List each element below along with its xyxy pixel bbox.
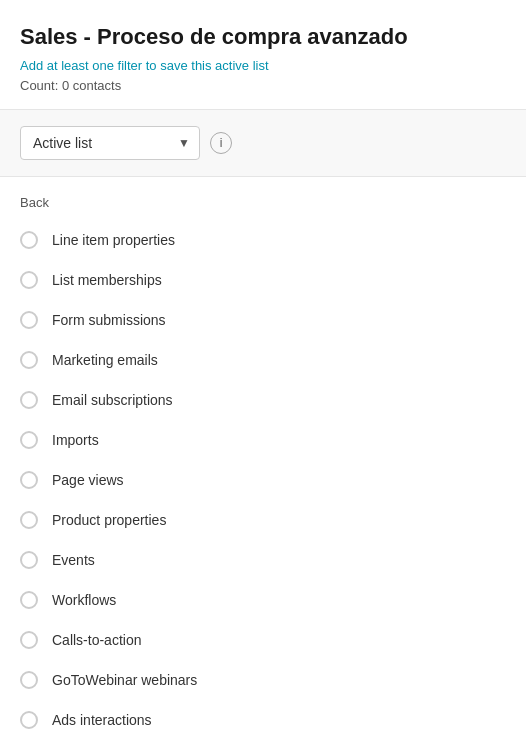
radio-circle xyxy=(20,551,38,569)
list-item-label: Page views xyxy=(52,472,124,488)
list-item[interactable]: Product properties xyxy=(0,500,526,540)
radio-circle xyxy=(20,271,38,289)
radio-circle xyxy=(20,431,38,449)
list-item-label: GoToWebinar webinars xyxy=(52,672,197,688)
active-list-dropdown[interactable]: Active list xyxy=(20,126,200,160)
list-item[interactable]: Ads interactions xyxy=(0,700,526,740)
list-item-label: List memberships xyxy=(52,272,162,288)
back-button[interactable]: Back xyxy=(0,185,69,220)
header-section: Sales - Proceso de compra avanzado Add a… xyxy=(0,0,526,110)
radio-circle xyxy=(20,711,38,729)
list-item[interactable]: Events xyxy=(0,540,526,580)
list-item[interactable]: Page views xyxy=(0,460,526,500)
list-section: Back Line item properties List membershi… xyxy=(0,177,526,748)
count-text: Count: 0 contacts xyxy=(20,78,121,93)
radio-circle xyxy=(20,471,38,489)
radio-circle xyxy=(20,591,38,609)
list-item-label: Line item properties xyxy=(52,232,175,248)
list-item[interactable]: Email subscriptions xyxy=(0,380,526,420)
list-item-label: Email subscriptions xyxy=(52,392,173,408)
radio-circle xyxy=(20,671,38,689)
list-item-label: Imports xyxy=(52,432,99,448)
list-item-label: Marketing emails xyxy=(52,352,158,368)
list-item-label: Form submissions xyxy=(52,312,166,328)
filter-section: Active list ▼ i xyxy=(0,110,526,177)
dropdown-wrapper: Active list ▼ xyxy=(20,126,200,160)
radio-circle xyxy=(20,351,38,369)
list-item[interactable]: Imports xyxy=(0,420,526,460)
list-item[interactable]: List memberships xyxy=(0,260,526,300)
list-item[interactable]: Calls-to-action xyxy=(0,620,526,660)
list-item-label: Calls-to-action xyxy=(52,632,141,648)
list-item-label: Product properties xyxy=(52,512,166,528)
subtitle-link[interactable]: Add at least one filter to save this act… xyxy=(20,58,506,73)
list-item[interactable]: Line item properties xyxy=(0,220,526,260)
radio-circle xyxy=(20,311,38,329)
radio-circle xyxy=(20,231,38,249)
info-icon[interactable]: i xyxy=(210,132,232,154)
list-item-label: Workflows xyxy=(52,592,116,608)
list-item[interactable]: Form submissions xyxy=(0,300,526,340)
list-item[interactable]: GoToWebinar webinars xyxy=(0,660,526,700)
list-item[interactable]: Marketing emails xyxy=(0,340,526,380)
radio-circle xyxy=(20,631,38,649)
list-item[interactable]: Workflows xyxy=(0,580,526,620)
list-item-label: Events xyxy=(52,552,95,568)
radio-circle xyxy=(20,511,38,529)
list-item-label: Ads interactions xyxy=(52,712,152,728)
page-title: Sales - Proceso de compra avanzado xyxy=(20,24,506,50)
radio-circle xyxy=(20,391,38,409)
